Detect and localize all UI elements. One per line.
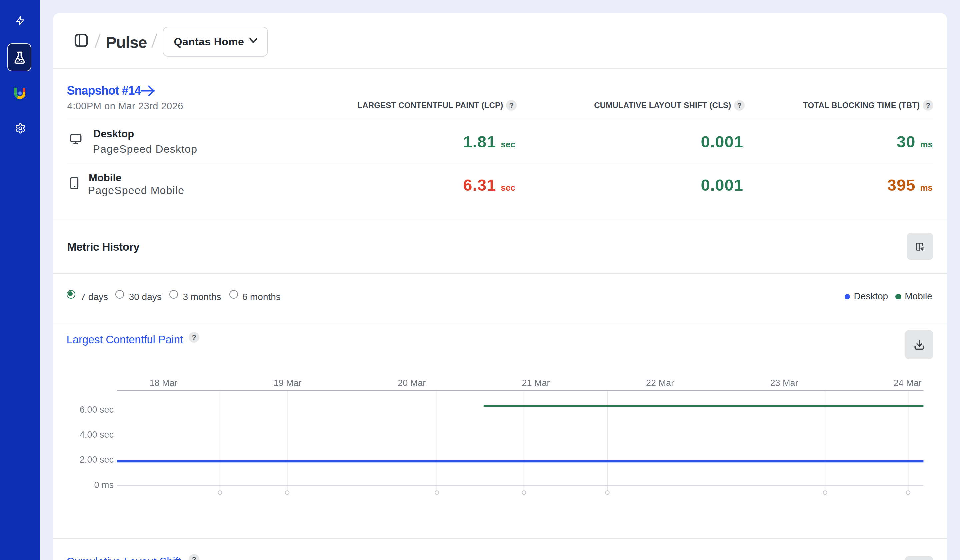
- svg-text:2.00 sec: 2.00 sec: [80, 455, 114, 465]
- svg-text:4.00 sec: 4.00 sec: [80, 430, 114, 440]
- svg-text:20 Mar: 20 Mar: [398, 378, 426, 388]
- svg-text:6.00 sec: 6.00 sec: [80, 405, 114, 414]
- svg-text:0 ms: 0 ms: [94, 480, 114, 490]
- svg-text:22 Mar: 22 Mar: [646, 378, 674, 388]
- svg-text:18 Mar: 18 Mar: [149, 378, 178, 388]
- svg-text:23 Mar: 23 Mar: [770, 378, 798, 388]
- svg-text:21 Mar: 21 Mar: [522, 378, 550, 388]
- svg-text:19 Mar: 19 Mar: [274, 378, 302, 388]
- svg-text:24 Mar: 24 Mar: [894, 378, 922, 388]
